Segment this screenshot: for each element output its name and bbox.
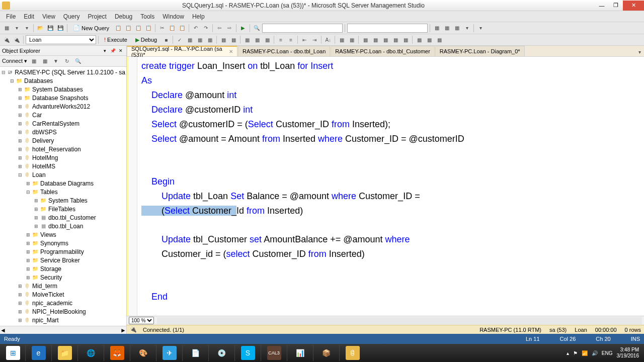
tree-item[interactable]: ⊞🛢dbWSPS xyxy=(1,128,125,136)
tb-icon-9[interactable]: ▦ xyxy=(425,35,434,44)
tb-icon-2[interactable]: ▦ xyxy=(347,35,356,44)
code-editor[interactable]: create trigger Loan_Insert on tbl_Loan f… xyxy=(127,57,644,316)
tree-databases-node[interactable]: ⊟📁Databases xyxy=(1,76,125,85)
oe-pin-icon[interactable]: 📌 xyxy=(109,47,116,54)
system-tray[interactable]: ▴ ⚑ 📶 🔊 ENG 3:48 PM 3/19/2016 xyxy=(562,347,643,359)
open-icon[interactable]: ▾ xyxy=(12,24,21,33)
parse-icon[interactable]: ✓ xyxy=(175,35,184,44)
tree-item[interactable]: ⊞🛢hotel_Reservation xyxy=(1,145,125,153)
save-all-icon[interactable]: 💾 xyxy=(56,24,65,33)
tray-expand-icon[interactable]: ▴ xyxy=(567,350,569,356)
tb-icon-6[interactable]: ▦ xyxy=(391,35,400,44)
start-icon[interactable]: ▶ xyxy=(238,24,248,33)
dmx-icon[interactable]: 📋 xyxy=(144,24,153,33)
task-app3[interactable]: 💿 xyxy=(208,345,234,361)
tab-close-icon[interactable]: ✕ xyxy=(229,49,233,54)
tree-server-node[interactable]: ⊟🖳RASMEY-PC (SQL Server 11.0.2100 - sa xyxy=(1,68,125,76)
tree-item[interactable]: ⊞🛢Delivery xyxy=(1,136,125,145)
execute-button[interactable]: !Execute xyxy=(101,35,131,44)
menu-debug[interactable]: Debug xyxy=(111,12,136,21)
menu-query[interactable]: Query xyxy=(59,12,84,21)
tb-icon-1[interactable]: ▦ xyxy=(337,35,346,44)
task-app5[interactable]: 📦 xyxy=(313,345,339,361)
tab-diagram[interactable]: RASMEY-PC.Loan - Diagram_0* xyxy=(435,46,525,56)
oe-filter-icon[interactable]: ▼ xyxy=(51,57,60,66)
tree-item[interactable]: ⊞▦dbo.tbl_Customer xyxy=(1,213,125,222)
menu-edit[interactable]: Edit xyxy=(20,12,38,21)
estimated-plan-icon[interactable]: ▦ xyxy=(185,35,194,44)
results-text-icon[interactable]: ▦ xyxy=(243,35,252,44)
tree-item[interactable]: ⊞🛢npic_Mart xyxy=(1,316,125,324)
menu-tools[interactable]: Tools xyxy=(136,12,158,21)
task-app2[interactable]: 📄 xyxy=(182,345,208,361)
toolbar-options-icon[interactable]: ▾ xyxy=(476,24,485,33)
tree-tables-node[interactable]: ⊟📁Tables xyxy=(1,188,125,196)
task-telegram[interactable]: ✈ xyxy=(156,345,182,361)
new-query-button[interactable]: 📄New Query xyxy=(69,23,113,33)
connect-button[interactable]: Connect ▾ xyxy=(2,58,27,64)
connect-icon[interactable]: 🔌 xyxy=(2,35,11,44)
include-stats-icon[interactable]: ▦ xyxy=(229,35,238,44)
decrease-indent-icon[interactable]: ⇤ xyxy=(300,35,309,44)
find-combo[interactable] xyxy=(262,24,343,33)
tree-item[interactable]: ⊞📁Database Diagrams xyxy=(1,179,125,188)
start-button[interactable]: ⊞ xyxy=(1,345,25,361)
tree-item[interactable]: ⊞📁Programmability xyxy=(1,247,125,256)
tb-icon-3[interactable]: ▦ xyxy=(361,35,370,44)
tree-item[interactable]: ⊞🛢npic_academic xyxy=(1,299,125,307)
find-icon[interactable]: 🔍 xyxy=(252,24,261,33)
tree-item[interactable]: ⊞🛢CarRentalSystem xyxy=(1,119,125,128)
tray-language[interactable]: ENG xyxy=(602,350,613,356)
tree-item[interactable]: ⊞🛢Car xyxy=(1,111,125,119)
editor-horizontal-scrollbar[interactable] xyxy=(157,317,642,324)
task-explorer[interactable]: 📁 xyxy=(51,345,77,361)
tree-item[interactable]: ⊞📁Service Broker xyxy=(1,256,125,264)
menu-file[interactable]: File xyxy=(2,12,20,21)
cancel-query-icon[interactable]: ■ xyxy=(162,35,171,44)
redo-icon[interactable]: ↷ xyxy=(201,24,210,33)
oe-close-icon[interactable]: ✕ xyxy=(117,47,124,54)
tree-item[interactable]: ⊞📁Security xyxy=(1,273,125,282)
tree-item[interactable]: ⊞🛢AdvantureWorks2012 xyxy=(1,102,125,111)
solution-combo[interactable] xyxy=(347,24,428,33)
tree-item[interactable]: ⊞📁Database Snapshots xyxy=(1,94,125,102)
oe-stop-icon[interactable]: ▦ xyxy=(40,57,49,66)
query-options-icon[interactable]: ▦ xyxy=(195,35,204,44)
zoom-select[interactable]: 100 % xyxy=(129,317,154,324)
tree-item[interactable]: ⊞🛢Mid_term xyxy=(1,282,125,290)
undo-icon[interactable]: ↶ xyxy=(191,24,200,33)
template-icon[interactable]: ▦ xyxy=(452,24,461,33)
properties-icon[interactable]: ▾ xyxy=(462,24,471,33)
tree-item[interactable]: ⊞📁Storage xyxy=(1,264,125,273)
tb-icon-10[interactable]: ▦ xyxy=(435,35,444,44)
tab-tbl-loan[interactable]: RASMEY-PC.Loan - dbo.tbl_Loan xyxy=(238,46,330,56)
registered-servers-icon[interactable]: ▦ xyxy=(432,24,441,33)
tray-volume-icon[interactable]: 🔊 xyxy=(592,350,598,356)
tray-flag-icon[interactable]: ⚑ xyxy=(573,350,578,356)
db-engine-query-icon[interactable]: 📋 xyxy=(114,24,123,33)
increase-indent-icon[interactable]: ⇥ xyxy=(310,35,319,44)
tray-network-icon[interactable]: 📶 xyxy=(582,350,588,356)
task-ie[interactable]: e xyxy=(25,345,51,361)
tree-item[interactable]: ⊞📁System Databases xyxy=(1,85,125,94)
new-project-icon[interactable]: ▦ xyxy=(2,24,11,33)
tb-icon-5[interactable]: ▦ xyxy=(381,35,390,44)
results-grid-icon[interactable]: ▦ xyxy=(253,35,262,44)
code-content[interactable]: create trigger Loan_Insert on tbl_Loan f… xyxy=(137,57,644,316)
comment-icon[interactable]: ≡ xyxy=(276,35,285,44)
tree-item[interactable]: ⊞🛢MoiveTicket xyxy=(1,290,125,299)
menu-view[interactable]: View xyxy=(38,12,59,21)
database-combo[interactable]: Loan xyxy=(26,35,96,44)
results-file-icon[interactable]: ▦ xyxy=(263,35,272,44)
menu-help[interactable]: Help xyxy=(188,12,209,21)
specify-values-icon[interactable]: A↓ xyxy=(324,35,333,44)
nav-back-icon[interactable]: ⇦ xyxy=(215,24,224,33)
task-ssms[interactable]: 🛢 xyxy=(339,345,365,361)
oe-disconnect-icon[interactable]: ▦ xyxy=(29,57,38,66)
task-chrome[interactable]: 🌐 xyxy=(77,345,104,361)
nav-forward-icon[interactable]: ⇨ xyxy=(225,24,234,33)
tree-item[interactable]: ⊞📁FileTables xyxy=(1,205,125,213)
task-app1[interactable]: 🎨 xyxy=(130,345,156,361)
tree-item[interactable]: ⊞🛢NPIC_HotelBooking xyxy=(1,307,125,316)
tab-tbl-customer[interactable]: RASMEY-PC.Loan - dbo.tbl_Customer xyxy=(331,46,435,56)
